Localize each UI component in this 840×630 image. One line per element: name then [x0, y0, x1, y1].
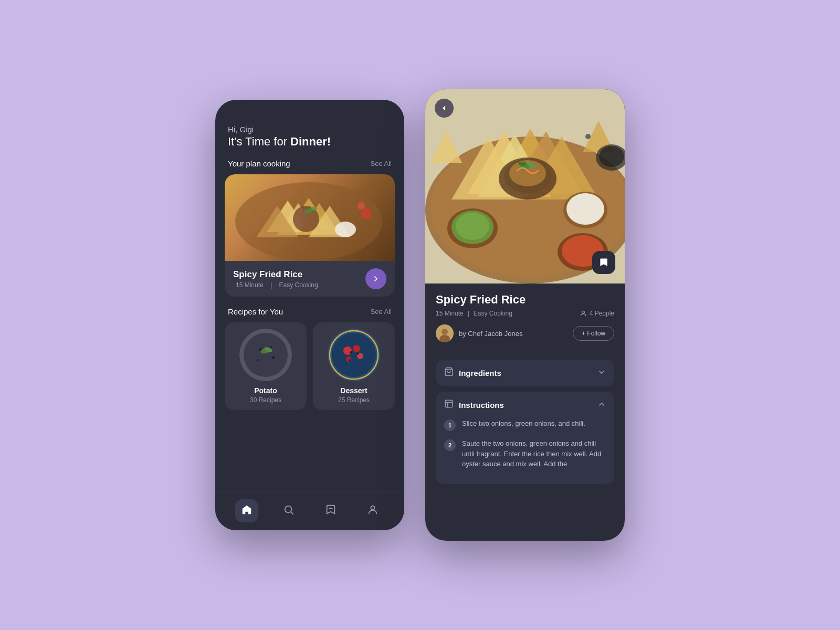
plan-see-all[interactable]: See All — [371, 160, 392, 167]
svg-point-11 — [358, 202, 365, 209]
recipes-section-label: Recipes for You — [228, 307, 283, 316]
chef-avatar — [436, 324, 454, 342]
step-number-1: 1 — [444, 419, 456, 431]
food-illustration — [225, 174, 393, 261]
svg-point-30 — [358, 353, 359, 355]
plan-card-title: Spicy Fried Rice — [233, 269, 321, 280]
plan-section-header: Your plan cooking See All — [215, 159, 404, 168]
meta-separator: | — [468, 310, 469, 317]
arrow-button[interactable] — [365, 268, 386, 289]
svg-point-27 — [346, 356, 351, 362]
svg-point-65 — [442, 329, 448, 335]
step-text-2: Saute the two onions, green onions and c… — [462, 438, 606, 469]
svg-point-31 — [349, 360, 351, 361]
svg-point-29 — [350, 351, 352, 353]
svg-point-25 — [353, 345, 360, 352]
svg-rect-68 — [445, 400, 453, 407]
ingredients-accordion-header[interactable]: Ingredients — [436, 360, 614, 386]
title-line: It's Time for Dinner! — [228, 135, 392, 149]
detail-content: Spicy Fried Rice 15 Minute | Easy Cookin… — [425, 284, 625, 541]
recipes-see-all[interactable]: See All — [371, 308, 392, 316]
instruction-step-1: 1 Slice two onions, green onions, and ch… — [444, 418, 606, 431]
svg-point-9 — [335, 222, 356, 237]
plan-section-label: Your plan cooking — [228, 159, 290, 168]
servings-count: 4 People — [590, 310, 614, 317]
svg-point-17 — [270, 346, 272, 348]
chef-avatar-image — [436, 324, 454, 342]
instruction-step-2: 2 Saute the two onions, green onions and… — [444, 438, 606, 469]
dessert-image — [328, 329, 380, 381]
recipe-card-dessert[interactable]: Dessert 25 Recipes — [313, 322, 395, 410]
svg-point-23 — [332, 333, 376, 377]
follow-button[interactable]: + Follow — [573, 326, 614, 341]
detail-hero — [425, 89, 625, 284]
svg-point-18 — [272, 356, 275, 359]
nav-profile[interactable] — [361, 499, 384, 522]
dessert-food-visual — [328, 329, 380, 381]
left-phone: Hi, Gigi It's Time for Dinner! Your plan… — [215, 100, 404, 530]
bottom-nav — [215, 491, 404, 530]
svg-point-19 — [257, 359, 259, 361]
plan-card-time: 15 Minute — [236, 281, 264, 289]
ingredients-accordion-left: Ingredients — [444, 367, 501, 379]
recipe-card-potato[interactable]: Potato 30 Recipes — [225, 322, 307, 410]
home-icon — [241, 504, 253, 518]
instructions-icon — [444, 399, 454, 411]
recipes-section-header: Recipes for You See All — [215, 307, 404, 316]
instructions-accordion[interactable]: Instructions 1 Slice two onions, green o… — [436, 392, 614, 484]
instructions-accordion-header[interactable]: Instructions — [436, 392, 614, 418]
chef-info: by Chef Jacob Jones — [436, 324, 522, 342]
title-bold: Dinner! — [290, 135, 331, 148]
ingredients-icon — [444, 367, 454, 379]
potato-count: 30 Recipes — [250, 396, 281, 404]
dessert-count: 25 Recipes — [338, 396, 370, 404]
potato-food-visual — [239, 329, 292, 381]
nav-home[interactable] — [235, 499, 258, 522]
step-number-2: 2 — [444, 439, 456, 451]
plan-card-info: Spicy Fried Rice 15 Minute | Easy Cookin… — [233, 269, 321, 289]
recipe-detail-meta: 15 Minute | Easy Cooking 4 People — [436, 310, 614, 317]
svg-point-24 — [343, 346, 352, 355]
ingredients-chevron — [597, 368, 606, 379]
svg-point-10 — [361, 208, 372, 219]
svg-point-35 — [371, 506, 374, 509]
instructions-label: Instructions — [459, 401, 504, 410]
recipe-detail-difficulty: Easy Cooking — [474, 310, 512, 317]
header-section: Hi, Gigi It's Time for Dinner! — [215, 100, 404, 159]
plan-card[interactable]: Spicy Fried Rice 15 Minute | Easy Cookin… — [225, 174, 395, 297]
right-phone: Spicy Fried Rice 15 Minute | Easy Cookin… — [425, 89, 625, 541]
ingredients-label: Ingredients — [459, 369, 501, 377]
plan-card-sep: | — [270, 281, 272, 289]
svg-point-60 — [585, 134, 591, 139]
instructions-list: 1 Slice two onions, green onions, and ch… — [436, 418, 614, 484]
plan-card-bottom: Spicy Fried Rice 15 Minute | Easy Cookin… — [225, 261, 395, 297]
potato-image — [239, 329, 292, 381]
svg-point-55 — [456, 213, 489, 240]
instructions-accordion-left: Instructions — [444, 399, 504, 411]
greeting-text: Hi, Gigi — [228, 125, 392, 134]
ingredients-accordion[interactable]: Ingredients — [436, 360, 614, 386]
svg-point-15 — [244, 333, 288, 377]
plan-card-meta: 15 Minute | Easy Cooking — [233, 281, 321, 289]
svg-point-62 — [599, 146, 624, 167]
svg-line-33 — [291, 512, 293, 514]
recipe-detail-title: Spicy Fried Rice — [436, 293, 614, 307]
plan-card-difficulty: Easy Cooking — [279, 281, 318, 289]
recipes-grid: Potato 30 Recipes — [215, 322, 404, 410]
nav-search[interactable] — [277, 499, 300, 522]
dessert-name: Dessert — [340, 386, 367, 395]
bookmark-button[interactable] — [592, 251, 615, 274]
saved-icon — [325, 504, 337, 518]
title-plain: It's Time for — [228, 135, 290, 148]
plan-card-image — [225, 174, 395, 261]
nav-saved[interactable] — [319, 499, 342, 522]
step-text-1: Slice two onions, green onions, and chil… — [462, 418, 585, 431]
svg-point-52 — [566, 193, 604, 225]
back-button[interactable] — [435, 99, 454, 118]
profile-icon — [367, 504, 379, 518]
recipe-detail-time: 15 Minute — [436, 310, 464, 317]
search-icon — [283, 504, 295, 518]
potato-name: Potato — [254, 386, 277, 395]
chef-row: by Chef Jacob Jones + Follow — [436, 324, 614, 351]
recipes-section: Recipes for You See All — [215, 297, 404, 410]
